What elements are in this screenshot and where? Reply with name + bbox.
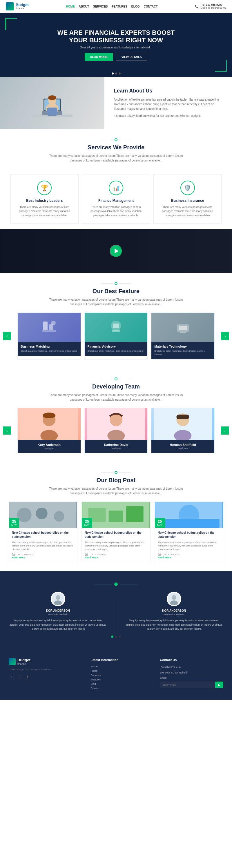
hero-content: WE ARE FINANCIAL EXPERTS BOOST YOUR BUSI…: [57, 29, 175, 61]
footer-link-features[interactable]: Features: [91, 678, 154, 681]
testimonial-dot-1[interactable]: [111, 636, 113, 638]
blog-image-2: 25 MAY: [82, 502, 150, 528]
avatar-illustration-1: [52, 593, 64, 605]
svg-point-21: [42, 412, 55, 418]
team-image-1: [18, 408, 81, 440]
newsletter-submit-button[interactable]: ▶: [215, 682, 223, 688]
read-more-button[interactable]: READ MORE: [85, 53, 113, 61]
tl-left: [94, 584, 112, 585]
services-grid: 🏆 Best Industry Leaders There are many v…: [0, 169, 232, 223]
comment-icon-2: 💬: [85, 553, 88, 556]
nav-contact[interactable]: Contact: [144, 5, 158, 8]
read-more-2[interactable]: Read More: [85, 556, 147, 559]
team-grid: Kory Anderson Designer Katherine Davis D…: [14, 408, 218, 453]
blog-content-3: New Chicago school budget relies on the …: [155, 528, 223, 562]
read-more-1[interactable]: Read More: [12, 556, 74, 559]
footer-links-list: Home About Services Features Blog Events: [91, 665, 154, 690]
logo[interactable]: Budget finance: [6, 2, 29, 10]
footer-link-home[interactable]: Home: [91, 665, 154, 668]
testimonial-2: KOR ANDERSON Information Website Nequi p…: [125, 592, 224, 631]
footer-link-services[interactable]: Services: [91, 674, 154, 677]
divider-line-right: [119, 140, 131, 140]
nav-blog[interactable]: Blog: [132, 5, 140, 8]
nav-services[interactable]: Services: [93, 5, 108, 8]
nav-right: 📞 (+1) 212-946-2727 Opening Hours: 09-05: [195, 3, 226, 9]
services-section: Services We Provide There are many varia…: [0, 129, 232, 273]
social-facebook-icon[interactable]: f: [17, 674, 23, 680]
blog-post-title-1: New Chicago school budget relies on the …: [12, 531, 74, 539]
features-divider: [6, 282, 226, 285]
hero-section: WE ARE FINANCIAL EXPERTS BOOST YOUR BUSI…: [0, 13, 232, 77]
features-next-button[interactable]: ›: [221, 332, 229, 340]
blog-divider: [6, 471, 226, 474]
divider-line-right: [119, 283, 131, 284]
service-card-1: 🏆 Best Industry Leaders There are many v…: [10, 175, 79, 223]
read-more-3[interactable]: Read More: [158, 556, 220, 559]
footer-link-blog[interactable]: Blog: [91, 682, 154, 685]
blog-date-1: 25 MAY: [9, 518, 19, 528]
about-content: Learn About Us A collection of textile s…: [105, 80, 232, 126]
feature-card-3: Materials Technology Blipiet qua autor m…: [151, 312, 214, 360]
dot-2[interactable]: [115, 72, 117, 74]
blog-header: Our Blog Post There are many variation p…: [0, 462, 232, 501]
play-triangle-icon: [115, 249, 119, 253]
newsletter-form: ▶: [160, 682, 223, 688]
footer-social: t f in: [9, 674, 85, 680]
features-section: Our Best Feature There are many variatio…: [0, 273, 232, 368]
newsletter-label: Email:: [160, 676, 223, 679]
divider-line-right: [119, 472, 131, 473]
service-card-3: 🛡️ Business Insurance There are many var…: [153, 175, 222, 223]
social-twitter-icon[interactable]: t: [9, 674, 15, 680]
footer-link-events[interactable]: Events: [91, 687, 154, 690]
features-grid: Business Matching Blipiet qua autor mate…: [14, 312, 218, 360]
play-video-button[interactable]: [110, 245, 122, 257]
testimonials-section: KOR ANDERSON Information Website Nequi p…: [0, 571, 232, 649]
feature-card-1: Business Matching Blipiet qua autor mate…: [18, 312, 81, 360]
team-name-3: Herman Sheffield: [154, 443, 211, 446]
team-label-3: Herman Sheffield Designer: [151, 440, 214, 453]
hero-title: WE ARE FINANCIAL EXPERTS BOOST YOUR BUSI…: [57, 29, 175, 44]
social-linkedin-icon[interactable]: in: [25, 674, 31, 680]
dot-1[interactable]: [112, 72, 114, 74]
blog-meta-2: 💬 18 Comments: [85, 553, 147, 556]
team-prev-button[interactable]: ‹: [3, 427, 11, 435]
blog-card-3: 25 MAY New Chicago school budget relies …: [154, 501, 223, 562]
team-card-2: Katherine Davis Designer: [84, 408, 148, 453]
team-photo-2: [85, 408, 148, 440]
feature-illustration-1: [37, 316, 61, 339]
about-image: [0, 77, 105, 129]
footer-links-column: Latest Information Home About Services F…: [91, 658, 154, 691]
nav-home[interactable]: Home: [66, 5, 75, 8]
team-role-3: Designer: [154, 447, 211, 450]
about-section: Learn About Us A collection of textile s…: [0, 77, 232, 129]
svg-rect-17: [180, 332, 186, 333]
feature-subdesc-3: Blipiet qua autor materials, dignis insp…: [154, 349, 211, 356]
hero-dots: [112, 72, 121, 74]
feature-subdesc-1: Blipiet qua autor materials, dignis insp…: [21, 349, 78, 353]
nav-features[interactable]: Features: [112, 5, 127, 8]
about-image-inner: [0, 77, 105, 129]
testimonial-dot-2[interactable]: [115, 636, 117, 638]
features-prev-button[interactable]: ‹: [3, 332, 11, 340]
service-desc-2: There are many variation passages of cor…: [88, 205, 145, 217]
blog-post-title-3: New Chicago school budget relies on the …: [158, 531, 220, 539]
nav-about[interactable]: About: [79, 5, 89, 8]
comment-icon-3: 💬: [158, 553, 161, 556]
dot-3[interactable]: [119, 72, 121, 74]
svg-rect-8: [42, 330, 56, 332]
services-divider: [6, 138, 226, 141]
svg-rect-7: [47, 107, 57, 116]
newsletter-email-input[interactable]: [160, 682, 215, 688]
footer-link-about[interactable]: About: [91, 670, 154, 672]
team-desc: There are many variation passages of Lor…: [44, 393, 188, 402]
service-icon-2: 📊: [109, 181, 123, 195]
testimonial-dot-3[interactable]: [119, 636, 121, 638]
phone-icon: 📞: [195, 5, 198, 8]
feature-title-2: Financial Advisory: [88, 345, 145, 348]
view-details-button[interactable]: VIEW DETAILS: [116, 53, 147, 61]
team-next-button[interactable]: ›: [221, 427, 229, 435]
opening-hours: Opening Hours: 09-05: [200, 6, 226, 9]
testimonial-text-2: Nequi porro quisquam est, qui dolorem ip…: [125, 618, 224, 631]
testimonial-name-2: KOR ANDERSON: [125, 609, 224, 612]
testimonial-separator: [116, 592, 116, 631]
